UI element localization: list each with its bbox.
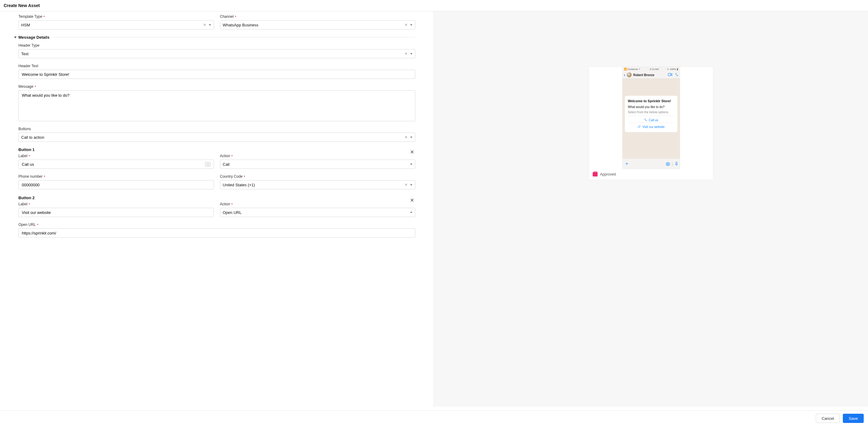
preview-subtext: Select from the below options. [628,111,674,114]
chevron-down-icon [14,36,17,38]
button1-title: Button 1 [19,147,415,152]
mic-icon [675,162,678,166]
chevron-down-icon [410,163,412,165]
form-pane: Template Type• HSM ✕ Channel• WhatsApp B… [0,11,434,407]
button2-title: Button 2 [19,195,415,200]
remove-button2[interactable]: ✕ [410,197,414,203]
camera-icon [666,162,670,166]
clear-icon[interactable]: ✕ [405,135,408,139]
clear-icon[interactable]: ✕ [405,183,408,187]
b1-action-select[interactable]: Call [220,160,415,169]
b1-phone-label: Phone number• [19,174,214,179]
b1-action-label: Action• [220,154,415,158]
b1-label-label: Label• [19,154,214,158]
remove-button1[interactable]: ✕ [410,149,414,155]
chevron-down-icon [410,212,412,213]
approval-icon [593,172,598,177]
svg-rect-0 [668,73,671,76]
carrier-label: 📶 Vodafone ᯤ [624,68,641,70]
chevron-down-icon [410,136,412,138]
template-type-label: Template Type• [19,14,214,19]
b1-label-input[interactable] [19,160,214,169]
insert-asset-icon[interactable] [205,162,211,166]
header-type-label: Header Type [19,43,415,48]
video-call-icon [668,73,672,77]
svg-point-1 [667,163,669,165]
phone-preview: 📶 Vodafone ᯤ 4:13 AM ⎋100%▮ ‹ Robert Bro… [622,67,680,169]
phone-icon [644,119,647,122]
header-type-select[interactable]: Text ✕ [19,49,415,58]
channel-select[interactable]: WhatsApp Business ✕ [220,20,415,29]
header-text-input[interactable] [19,70,415,79]
preview-header-text: Welcome to Sprinklr Store! [628,99,674,103]
b2-url-input[interactable] [19,229,415,238]
preview-button-call-us: Call us [628,116,674,122]
clear-icon[interactable]: ✕ [203,23,206,27]
b2-action-label: Action• [220,202,415,206]
b1-cc-select[interactable]: United States (+1) ✕ [220,180,415,189]
chevron-down-icon [410,53,412,55]
chevron-down-icon [209,24,211,26]
page-title: Create New Asset [0,0,868,11]
template-type-select[interactable]: HSM ✕ [19,20,214,29]
message-label: Message• [19,84,415,89]
svg-rect-2 [676,162,677,164]
header-text-label: Header Text [19,64,415,68]
external-link-icon [638,125,641,128]
compose-add-icon: ＋ [624,160,629,167]
bluetooth-icon: ⎋ [667,68,669,70]
preview-button-visit-website: Visit our website [628,122,674,129]
b2-label-label: Label• [19,202,214,206]
contact-name: Robert Bronze [633,73,666,77]
b2-label-input[interactable] [19,208,214,217]
chevron-down-icon [410,184,412,186]
time-label: 4:13 AM [650,68,659,70]
buttons-select[interactable]: Call to action ✕ [19,132,415,142]
section-message-details[interactable]: Message Details [14,35,415,39]
clear-icon[interactable]: ✕ [405,23,408,27]
preview-card: 📶 Vodafone ᯤ 4:13 AM ⎋100%▮ ‹ Robert Bro… [589,67,713,180]
battery-label: 100% [670,68,676,70]
buttons-label: Buttons [19,127,415,131]
back-icon: ‹ [624,72,625,77]
approval-status: Approved [589,169,713,180]
b1-phone-input[interactable] [19,180,214,189]
message-textarea[interactable]: What would you like to do? [19,90,415,121]
b2-action-select[interactable]: Open URL [220,208,415,217]
clear-icon[interactable]: ✕ [405,52,408,56]
b2-url-label: Open URL• [19,222,415,227]
chevron-down-icon [410,24,412,26]
preview-pane: 📶 Vodafone ᯤ 4:13 AM ⎋100%▮ ‹ Robert Bro… [434,11,868,407]
voice-call-icon [675,73,678,77]
battery-icon: ▮ [677,68,678,70]
preview-message-card: Welcome to Sprinklr Store! What would yo… [625,96,677,132]
avatar [627,72,632,77]
b1-cc-label: Country Code• [220,174,415,179]
preview-message-text: What would you like to do? [628,105,674,109]
channel-label: Channel• [220,14,415,19]
